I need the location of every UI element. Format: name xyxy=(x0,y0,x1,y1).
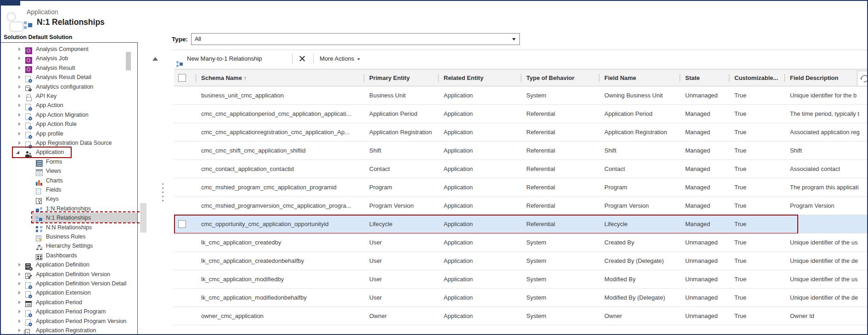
column-divider[interactable] xyxy=(521,74,521,82)
cell-schema-name: cmc_cmc_applicationperiod_cmc_applicatio… xyxy=(201,105,363,123)
expand-arrow-icon[interactable] xyxy=(18,329,21,332)
sidebar-item-application-registration[interactable]: Application Registration xyxy=(1,326,137,335)
expand-arrow-icon[interactable] xyxy=(18,319,21,323)
expand-arrow-icon[interactable] xyxy=(18,263,21,267)
sidebar-item-app-profile[interactable]: App profile xyxy=(1,129,137,139)
column-divider[interactable] xyxy=(438,74,439,82)
expand-arrow-icon[interactable] xyxy=(18,291,21,295)
sidebar-item-label: App Action Rule xyxy=(36,119,77,129)
expand-arrow-icon[interactable] xyxy=(18,122,21,126)
sidebar-item-charts[interactable]: Charts xyxy=(1,176,137,186)
main-scrollbar-thumb[interactable] xyxy=(140,203,147,233)
n1-relationship-icon xyxy=(24,21,33,30)
column-header-primary-entity[interactable]: Primary Entity xyxy=(369,69,438,87)
sidebar-item-analysis-result[interactable]: Analysis Result xyxy=(1,63,137,73)
expand-arrow-icon[interactable] xyxy=(18,103,21,107)
column-divider[interactable] xyxy=(599,74,599,82)
sidebar-item-analysis-component[interactable]: Analysis Component xyxy=(1,45,137,54)
sidebar-item-application-period-program-version[interactable]: Application Period Program Version xyxy=(1,317,137,326)
expand-arrow-icon[interactable] xyxy=(18,47,21,51)
cell-type-of-behavior: Referential xyxy=(526,123,599,142)
column-divider[interactable] xyxy=(196,74,196,82)
cell-field-description: Unique identifier for the b xyxy=(790,86,868,105)
sidebar-item-application-extension[interactable]: Application Extension xyxy=(1,288,137,298)
sidebar-item-application-definition-version[interactable]: Application Definition Version xyxy=(1,270,137,279)
relationship-row[interactable]: owner_cmc_applicationOwnerApplicationSys… xyxy=(174,307,868,325)
column-header-schema-name[interactable]: Schema Name ↑ xyxy=(201,69,363,87)
cell-related-entity: Application xyxy=(444,123,521,142)
sidebar-item-application-period[interactable]: Application Period xyxy=(1,298,137,307)
relationship-row[interactable]: cmc_cmc_applicationregistration_cmc_appl… xyxy=(174,123,868,142)
expand-arrow-icon[interactable] xyxy=(18,141,21,145)
sidebar-item-application-definition[interactable]: Application Definition xyxy=(1,260,137,270)
sidebar-item-app-action[interactable]: App Action xyxy=(1,101,137,110)
relationship-row[interactable]: lk_cmc_application_modifiedbyUserApplica… xyxy=(174,270,868,289)
sidebar-item-keys[interactable]: Keys xyxy=(1,194,137,204)
cell-schema-name: cmc_cmc_applicationregistration_cmc_appl… xyxy=(201,123,363,142)
column-header-field-name[interactable]: Field Name xyxy=(604,69,680,87)
relationship-row[interactable]: lk_cmc_application_createdonbehalfbyUser… xyxy=(174,252,868,270)
column-header-state[interactable]: State xyxy=(685,69,729,87)
sidebar-item-forms[interactable]: Forms xyxy=(1,157,137,167)
sidebar-item-n-n-relationships[interactable]: N:N Relationships xyxy=(1,223,137,233)
relationship-row[interactable]: business_unit_cmc_applicationBusiness Un… xyxy=(174,86,868,105)
column-header-type-of-behavior[interactable]: Type of Behavior xyxy=(526,69,599,87)
column-header-related-entity[interactable]: Related Entity xyxy=(444,69,521,87)
expand-arrow-icon[interactable] xyxy=(18,66,21,70)
sidebar-item-fields[interactable]: Fields xyxy=(1,185,137,195)
column-divider[interactable] xyxy=(364,74,364,82)
expand-arrow-icon[interactable] xyxy=(18,310,21,313)
sidebar-item-business-rules[interactable]: Business Rules xyxy=(1,232,137,242)
expand-arrow-icon[interactable] xyxy=(18,94,21,98)
sidebar-item-api-key[interactable]: API Key xyxy=(1,91,137,101)
type-filter-dropdown[interactable]: All xyxy=(191,33,520,45)
expand-arrow-icon[interactable] xyxy=(18,113,21,117)
expand-arrow-icon[interactable] xyxy=(18,282,21,285)
sidebar-item-label: Analysis Result Detail xyxy=(36,73,91,82)
sidebar-item-analysis-job[interactable]: Analysis Job xyxy=(1,54,137,63)
sidebar-item-application[interactable]: Application xyxy=(1,148,137,157)
expand-arrow-icon[interactable] xyxy=(18,85,21,89)
column-divider[interactable] xyxy=(729,74,729,82)
sidebar-item-app-action-migration[interactable]: App Action Migration xyxy=(1,110,137,120)
pane-splitter-handle[interactable] xyxy=(162,183,163,202)
relationship-row[interactable]: lk_cmc_application_createdbyUserApplicat… xyxy=(174,233,868,252)
sidebar-item-application-period-program[interactable]: Application Period Program xyxy=(1,307,137,317)
new-many-to-1-label: New Many-to-1 Relationship xyxy=(187,50,262,67)
column-divider[interactable] xyxy=(784,74,785,82)
relationship-row[interactable]: lk_cmc_application_modifiedonbehalfbyUse… xyxy=(174,289,868,307)
sidebar-scrollbar-thumb[interactable] xyxy=(126,52,131,70)
relationship-row[interactable]: cmc_mshied_programversion_cmc_applicatio… xyxy=(174,197,868,215)
more-actions-button[interactable]: More Actions xyxy=(320,50,370,67)
expand-arrow-icon[interactable] xyxy=(18,273,21,276)
row-checkbox[interactable] xyxy=(178,220,186,228)
relationship-row[interactable]: cmc_mshied_program_cmc_application_progr… xyxy=(174,178,868,197)
sidebar-item-analysis-result-detail[interactable]: Analysis Result Detail xyxy=(1,73,137,82)
delete-button[interactable] xyxy=(299,50,310,67)
refresh-button[interactable] xyxy=(857,71,868,86)
sidebar-item-app-action-rule[interactable]: App Action Rule xyxy=(1,119,137,129)
sidebar-item-hierarchy-settings[interactable]: Hierarchy Settings xyxy=(1,241,137,251)
sidebar-item-analytics-configuration[interactable]: Analytics configuration xyxy=(1,82,137,92)
sidebar-item-label: App Action Migration xyxy=(36,110,89,120)
relationship-row[interactable]: cmc_contact_application_contactidContact… xyxy=(174,160,868,178)
relationship-row[interactable]: cmc_cmc_shift_cmc_application_shiftidShi… xyxy=(174,142,868,160)
collapse-arrow-icon[interactable] xyxy=(16,151,19,154)
cell-primary-entity: Application Period xyxy=(369,105,438,123)
column-divider[interactable] xyxy=(680,74,680,82)
column-header-field-description[interactable]: Field Description xyxy=(790,69,868,87)
sidebar-item-views[interactable]: Views xyxy=(1,166,137,176)
column-header-customizable[interactable]: Customizable... xyxy=(734,69,784,87)
sidebar-item-dashboards[interactable]: Dashboards xyxy=(1,251,137,261)
relationship-row[interactable]: cmc_opportunity_cmc_application_opportun… xyxy=(174,215,868,233)
expand-arrow-icon[interactable] xyxy=(18,75,21,79)
relationship-row[interactable]: cmc_cmc_applicationperiod_cmc_applicatio… xyxy=(174,105,868,123)
new-many-to-1-button[interactable]: New Many-to-1 Relationship xyxy=(172,50,287,67)
expand-arrow-icon[interactable] xyxy=(18,132,21,136)
select-all-checkbox[interactable] xyxy=(178,74,186,82)
sidebar-item-application-definition-version-detail[interactable]: Application Definition Version Detail xyxy=(1,279,137,289)
expand-arrow-icon[interactable] xyxy=(18,57,21,60)
scroll-up-arrow[interactable] xyxy=(152,57,158,61)
solution-name-label: Solution Default Solution xyxy=(4,34,72,40)
expand-arrow-icon[interactable] xyxy=(18,301,21,304)
